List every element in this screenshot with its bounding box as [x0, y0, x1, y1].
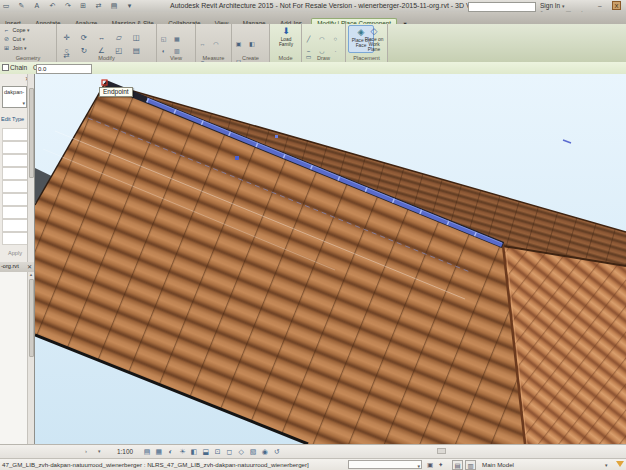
visual-style-icon[interactable]: ▦	[154, 447, 164, 457]
qat-overflow-icon[interactable]: ▾	[125, 1, 135, 11]
exclude-options-toggle[interactable]: ▥	[465, 460, 476, 470]
shadows-icon[interactable]: ☀	[177, 447, 187, 457]
property-row[interactable]	[2, 232, 28, 245]
place-on-work-plane-icon: ◇	[362, 25, 386, 37]
offset-input[interactable]	[36, 64, 92, 74]
blue-marker-1	[235, 156, 239, 160]
create-group-icon[interactable]: ▣	[234, 40, 243, 48]
status-message: 47_GM_LIB_zvh-dakpan-natuurrood_wienerbe…	[2, 461, 309, 468]
panel-label-measure[interactable]: Measure	[196, 54, 231, 62]
cope-button[interactable]: ⌐ Cope ▾	[2, 26, 29, 34]
property-row[interactable]	[2, 167, 28, 180]
drawing-canvas[interactable]: Endpoint	[35, 74, 626, 444]
edit-type-button[interactable]: Edit Type	[1, 116, 24, 122]
filter-icon[interactable]	[616, 461, 624, 467]
panel-label-geometry[interactable]: Geometry	[0, 54, 56, 62]
scroll-up-icon[interactable]: ▲	[28, 272, 34, 277]
panel-measure: ↔ ◠ = Measure	[196, 24, 232, 62]
property-row[interactable]	[2, 141, 28, 154]
panel-label-mode[interactable]: Mode	[270, 54, 301, 62]
panel-label-placement[interactable]: Placement	[346, 54, 387, 62]
chain-checkbox[interactable]	[2, 64, 9, 71]
qat-modify-icon[interactable]: ✎	[16, 1, 26, 11]
snap-tooltip: Endpoint	[99, 87, 133, 97]
design-option-combo[interactable]: ▾	[348, 460, 422, 469]
analytical-icon[interactable]: ◉	[260, 447, 270, 457]
sign-in-button[interactable]: Sign In ▾	[540, 2, 565, 9]
design-option-caret-icon: ▾	[417, 463, 420, 469]
property-row[interactable]	[2, 128, 28, 141]
panel-modify: ✛ ⟳ ↔ ▱ ◫ ⇄ ○ ↻ ∠ ◰ ▤ × Modify	[57, 24, 157, 62]
panel-mode: ⬇ Load Family Mode	[270, 24, 302, 62]
panel-draw: ╱ ◠ ○ ▭ ~ ◡ · . Draw	[302, 24, 346, 62]
browser-scrollbar[interactable]: ▲	[27, 272, 34, 444]
cope-icon: ⌐	[2, 26, 11, 34]
property-row[interactable]	[2, 154, 28, 167]
panel-view: ◱ ▦ ◐ ▥ View	[157, 24, 196, 62]
chain-label: Chain	[10, 64, 27, 71]
property-row[interactable]	[2, 219, 28, 232]
window-title: Autodesk Revit Architecture 2015 - Not F…	[170, 2, 470, 9]
revit-window: ▭ ✎ A ↶ ↷ ⊞ ⇄ ▤ ▾ Autodesk Revit Archite…	[0, 0, 626, 470]
measure-angle-icon[interactable]: ◠	[211, 40, 220, 48]
join-icon: ⊞	[2, 44, 11, 52]
scrollbar-handle[interactable]	[437, 448, 446, 454]
roof-3d-view	[35, 74, 626, 444]
browser-close-icon[interactable]: ✕	[27, 263, 32, 270]
scale-control[interactable]: 1:100	[117, 448, 133, 455]
properties-scrollbar[interactable]	[27, 74, 34, 262]
exchange-apps-icon[interactable]: X	[612, 1, 621, 10]
worksets-icon[interactable]: ▣	[427, 461, 433, 469]
sun-path-icon[interactable]: ◐	[166, 447, 176, 457]
main-model-selector[interactable]: Main Model	[482, 461, 514, 468]
panel-label-view[interactable]: View	[157, 54, 195, 62]
status-bar: 47_GM_LIB_zvh-dakpan-natuurrood_wienerbe…	[0, 458, 626, 470]
join-button[interactable]: ⊞ Join ▾	[2, 44, 26, 52]
qat-grid-icon[interactable]: ⊞	[78, 1, 88, 11]
panel-label-modify[interactable]: Modify	[57, 54, 156, 62]
project-browser: ▲	[0, 272, 35, 444]
cut-button[interactable]: ⊘ Cut ▾	[2, 35, 25, 43]
minimize-icon[interactable]: –	[598, 2, 602, 9]
reveal-hidden-icon[interactable]: ▧	[248, 447, 258, 457]
panel-geometry: ⌐ Cope ▾ ⊘ Cut ▾ ⊞ Join ▾ Geometry	[0, 24, 57, 62]
panel-chevron-icon[interactable]: ›	[85, 448, 87, 454]
qat-redo-icon[interactable]: ↷	[63, 1, 73, 11]
project-browser-titlebar[interactable]: -org.rvt ✕	[0, 262, 35, 272]
qat-sync-icon[interactable]: ⇄	[94, 1, 104, 11]
load-family-button[interactable]: ⬇ Load Family	[273, 25, 299, 53]
qat-view-icon[interactable]: ▤	[109, 1, 119, 11]
render-icon[interactable]: ◧	[189, 447, 199, 457]
editing-requests-icon[interactable]: ✦	[438, 461, 443, 469]
type-selector[interactable]: dakpan- ▾	[2, 86, 27, 108]
panel-placement: ◈ Place on Face ◇ Place on Work Plane Pl…	[346, 24, 388, 62]
crop-view-icon[interactable]: ⬓	[201, 447, 211, 457]
panel-label-draw[interactable]: Draw	[302, 54, 345, 62]
load-family-icon: ⬇	[273, 25, 299, 37]
panel-caret-icon[interactable]: ▾	[98, 448, 101, 454]
qat-undo-icon[interactable]: ↶	[47, 1, 57, 11]
measure-distance-icon[interactable]: ↔	[198, 40, 207, 48]
active-only-toggle[interactable]: ▤	[452, 460, 463, 470]
qat-open-icon[interactable]: ▭	[1, 1, 11, 11]
ribbon-tab-row: Insert Annotate Analyze Massing & Site C…	[0, 12, 626, 24]
place-on-work-plane-button[interactable]: ◇ Place on Work Plane	[362, 25, 386, 53]
apply-button[interactable]: Apply	[8, 250, 22, 256]
create-similar-icon[interactable]: ◧	[247, 40, 256, 48]
show-crop-icon[interactable]: ⊡	[213, 447, 223, 457]
qat-text-icon[interactable]: A	[32, 1, 42, 11]
properties-palette: ✕ dakpan- ▾ Edit Type Apply	[0, 74, 35, 262]
blue-marker-2	[275, 135, 278, 138]
property-row[interactable]	[2, 180, 28, 193]
lock-view-icon[interactable]: ◻	[224, 447, 234, 457]
main-model-caret-icon: ▾	[605, 462, 608, 468]
signin-caret-icon: ▾	[562, 3, 565, 9]
panel-create: ▣ ◧ ⊡ Create	[232, 24, 270, 62]
temp-hide-icon[interactable]: ◇	[236, 447, 246, 457]
panel-label-create[interactable]: Create	[232, 54, 269, 62]
constraints-icon[interactable]: ↺	[272, 447, 282, 457]
detail-level-icon[interactable]: ▤	[142, 447, 152, 457]
property-row[interactable]	[2, 193, 28, 206]
property-row[interactable]	[2, 206, 28, 219]
ribbon: ⌐ Cope ▾ ⊘ Cut ▾ ⊞ Join ▾ Geometry ✛ ⟳ ↔…	[0, 24, 626, 62]
